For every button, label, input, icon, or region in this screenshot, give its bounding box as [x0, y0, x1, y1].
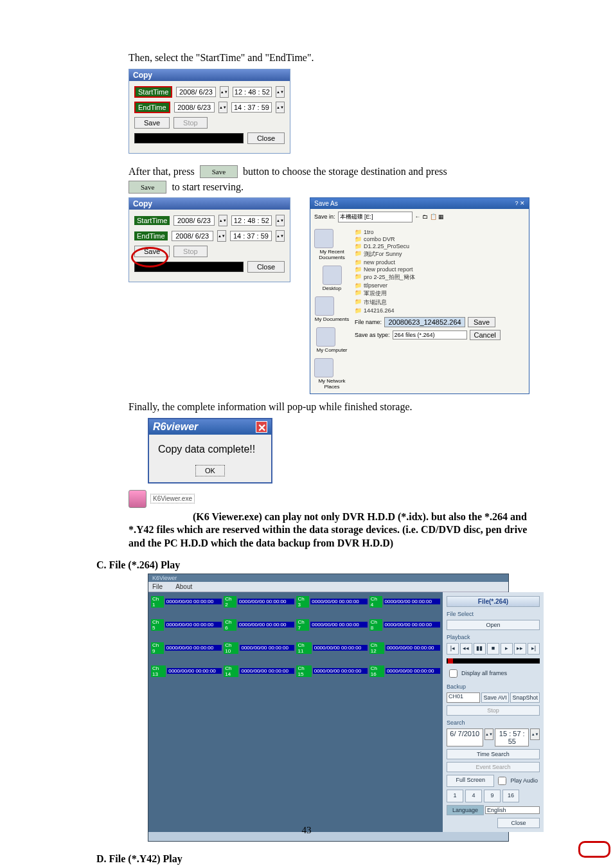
- file-list[interactable]: 1tro combo DVR D1.2.25_ProSecu 測試For Sun…: [355, 229, 525, 390]
- close-icon[interactable]: ✕: [256, 421, 267, 433]
- end-date[interactable]: 2008/ 6/23: [174, 102, 215, 113]
- open-button[interactable]: Open: [447, 620, 540, 630]
- list-item[interactable]: 測試For Sunny: [355, 250, 525, 259]
- ch-timestamp: 0000/00/00 00:00:00: [310, 622, 367, 628]
- list-item[interactable]: 1tro: [355, 229, 525, 236]
- end-date[interactable]: 2008/ 6/23: [172, 231, 213, 241]
- file-select-label: File Select: [447, 611, 540, 617]
- ch-label: Ch 6: [224, 619, 236, 631]
- spin-icon[interactable]: ▲▼: [276, 215, 285, 226]
- save-button-inline-2[interactable]: Save: [129, 181, 166, 194]
- save-in-dropdown[interactable]: 本機磁碟 [E:]: [338, 212, 413, 222]
- toolbar-icons[interactable]: ← 🗀 📋 ▦: [415, 213, 445, 220]
- save-avi-button[interactable]: Save AVI: [481, 692, 509, 703]
- desktop-icon[interactable]: [323, 266, 342, 285]
- search-date[interactable]: 6/ 7/2010: [447, 728, 483, 746]
- ok-button[interactable]: OK: [195, 465, 225, 476]
- list-item[interactable]: D1.2.25_ProSecu: [355, 243, 525, 250]
- ch-timestamp: 0000/00/00 00:00:00: [386, 645, 440, 651]
- cancel-button[interactable]: Cancel: [470, 330, 501, 340]
- channel-grid: Ch 10000/00/00 00:00:00 Ch 20000/00/00 0…: [148, 592, 443, 832]
- start-date[interactable]: 2008/ 6/23: [173, 215, 214, 226]
- backup-channel-select[interactable]: CH01: [447, 692, 480, 703]
- ch-timestamp: 0000/00/00 00:00:00: [313, 645, 368, 651]
- play-icon[interactable]: ▸: [501, 643, 513, 655]
- endtime-label: EndTime: [134, 102, 170, 113]
- search-time[interactable]: 15 : 57 : 55: [495, 728, 529, 746]
- start-date[interactable]: 2008/ 6/23: [176, 87, 215, 97]
- spin-icon[interactable]: ▲▼: [218, 215, 227, 226]
- filename-input[interactable]: 20080623_124852.264: [384, 317, 465, 327]
- save-button-inline[interactable]: Save: [200, 165, 238, 178]
- list-item[interactable]: New product report: [355, 266, 525, 273]
- save-button[interactable]: Save: [468, 317, 495, 327]
- ff-icon[interactable]: ▸▸: [514, 643, 526, 655]
- end-time[interactable]: 14 : 37 : 59: [230, 231, 272, 241]
- fullscreen-button[interactable]: Full Screen: [447, 775, 495, 787]
- computer-icon[interactable]: [316, 327, 335, 347]
- help-close-icons[interactable]: ? ✕: [515, 200, 525, 207]
- spin-icon[interactable]: ▲▼: [217, 230, 226, 242]
- time-search-button[interactable]: Time Search: [447, 749, 540, 759]
- language-select[interactable]: English: [485, 806, 540, 814]
- recent-icon[interactable]: [314, 229, 333, 248]
- last-icon[interactable]: ▸|: [528, 643, 540, 655]
- grid-9-button[interactable]: 9: [484, 790, 501, 802]
- display-all-checkbox[interactable]: [449, 669, 458, 678]
- intro-text: Then, select the "StartTime" and "EndTim…: [129, 51, 536, 65]
- spin-icon[interactable]: ▲▼: [276, 86, 285, 98]
- spin-icon[interactable]: ▲▼: [218, 102, 227, 113]
- spin-icon[interactable]: ▲▼: [484, 728, 494, 740]
- starttime-label: StartTime: [134, 216, 170, 225]
- spin-icon[interactable]: ▲▼: [276, 230, 285, 242]
- list-item[interactable]: ttlpserver: [355, 282, 525, 289]
- spin-icon[interactable]: ▲▼: [276, 102, 285, 113]
- complete-msgbox: R6viewer ✕ Copy data complete!! OK: [148, 418, 272, 484]
- filetype-dropdown[interactable]: 264 files (*.264): [393, 330, 467, 339]
- end-time[interactable]: 14 : 37 : 59: [231, 102, 272, 113]
- grid-16-button[interactable]: 16: [502, 790, 519, 802]
- page-number: 43: [0, 825, 613, 836]
- pause-icon[interactable]: ▮▮: [474, 643, 486, 655]
- stop-button: Stop: [447, 705, 540, 716]
- list-item[interactable]: 144216.264: [355, 307, 525, 314]
- start-time[interactable]: 12 : 48 : 52: [231, 215, 272, 226]
- spin-icon[interactable]: ▲▼: [530, 728, 540, 740]
- stop-icon[interactable]: ■: [487, 643, 499, 655]
- stop-button: Stop: [173, 117, 208, 129]
- documents-icon[interactable]: [315, 296, 334, 316]
- list-item[interactable]: combo DVR: [355, 236, 525, 243]
- play-audio-checkbox[interactable]: [498, 777, 506, 785]
- network-icon[interactable]: [314, 358, 333, 377]
- menu-file[interactable]: File: [152, 583, 163, 590]
- ch-timestamp: 0000/00/00 00:00:00: [238, 599, 294, 604]
- places-bar[interactable]: My Recent Documents Desktop My Documents…: [314, 229, 350, 390]
- filetype-label: Save as type:: [355, 332, 390, 338]
- spin-icon[interactable]: ▲▼: [220, 86, 229, 98]
- grid-4-button[interactable]: 4: [465, 790, 482, 802]
- close-button[interactable]: Close: [247, 261, 285, 273]
- grid-1-button[interactable]: 1: [447, 790, 463, 802]
- copy-title: Copy: [129, 69, 290, 81]
- snapshot-button[interactable]: SnapShot: [510, 692, 540, 703]
- close-button[interactable]: Close: [247, 132, 285, 144]
- list-item[interactable]: 市場訊息: [355, 298, 525, 307]
- red-highlight-circle-2: [578, 841, 610, 858]
- ch-label: Ch 11: [296, 642, 311, 654]
- list-item[interactable]: 軍規使用: [355, 289, 525, 298]
- side-title: File(*.264): [447, 596, 540, 607]
- rew-icon[interactable]: ◂◂: [460, 643, 472, 655]
- k6viewer-exe-icon[interactable]: [129, 490, 147, 508]
- first-icon[interactable]: |◂: [447, 643, 459, 655]
- start-time[interactable]: 12 : 48 : 52: [233, 87, 272, 97]
- filename-label: File name:: [355, 319, 382, 325]
- k6-description: xxxxxxxxxxxx (K6 Viewer.exe) can play no…: [129, 511, 529, 550]
- menu-about[interactable]: About: [175, 583, 192, 590]
- save-in-label: Save in:: [314, 213, 335, 220]
- copy-title: Copy: [129, 198, 290, 210]
- save-button[interactable]: Save: [134, 117, 170, 129]
- list-item[interactable]: new product: [355, 259, 525, 266]
- starttime-label: StartTime: [134, 86, 172, 98]
- list-item[interactable]: pro 2-25_拍照_簡体: [355, 273, 525, 282]
- progress-bar[interactable]: [447, 658, 540, 664]
